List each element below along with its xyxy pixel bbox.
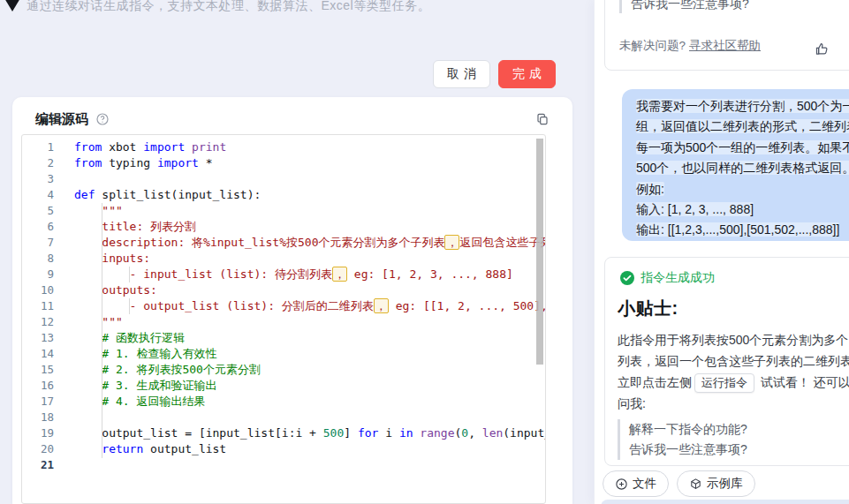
indent-guide: [129, 298, 130, 314]
generation-result-card: 指令生成成功 小贴士: 此指令用于将列表按500个元素分割为多个 列表，返回一个…: [604, 257, 849, 466]
examples-button[interactable]: 示例库: [677, 470, 755, 497]
tips-body: 此指令用于将列表按500个元素分割为多个 列表，返回一个包含这些子列表的二维列表…: [618, 329, 849, 414]
tips-title: 小贴士:: [618, 297, 849, 320]
line-number: 12: [22, 314, 54, 330]
message-line: 输出: [[1,2,3,...,500],[501,502,...,888]]: [636, 222, 839, 237]
code-editor[interactable]: 1from xbot import print2from typing impo…: [21, 134, 546, 504]
line-number: 1: [22, 139, 54, 155]
line-number: 2: [22, 155, 54, 171]
unresolved-label: 未解决问题?: [619, 38, 686, 54]
line-number: 9: [22, 267, 54, 282]
message-line: 我需要对一个列表进行分割，500个为一: [636, 99, 849, 113]
confirm-button[interactable]: 完成: [498, 60, 556, 88]
code-line[interactable]: 1from xbot import print: [22, 139, 545, 155]
code-line[interactable]: 6 title: 列表分割: [22, 219, 545, 235]
code-line[interactable]: 21: [22, 457, 545, 473]
code-line[interactable]: 11 - output_list (list): 分割后的二维列表， eg: […: [22, 298, 545, 314]
line-number: 19: [22, 425, 54, 441]
file-button[interactable]: 文件: [603, 470, 669, 497]
code-line[interactable]: 15 # 2. 将列表按500个元素分割: [22, 362, 545, 378]
tips-line: 此指令用于将列表按500个元素分割为多个: [618, 329, 849, 350]
message-line: 例如:: [636, 182, 664, 196]
suggested-questions: 解释一下指令的功能? 告诉我一些注意事项?: [618, 419, 849, 460]
message-line: 每一项为500个一组的一维列表。如果不: [636, 140, 849, 154]
line-number: 5: [22, 203, 54, 219]
editor-scrollbar[interactable]: [536, 139, 543, 365]
code-line[interactable]: 3: [22, 171, 545, 187]
code-line[interactable]: 17 # 4. 返回输出结果: [22, 394, 545, 410]
code-line[interactable]: 19 output_list = [input_list[i:i + 500] …: [22, 425, 545, 441]
code-line[interactable]: 20 return output_list: [22, 441, 545, 457]
line-number: 14: [22, 346, 54, 362]
code-line[interactable]: 14 # 1. 检查输入有效性: [22, 346, 545, 362]
line-number: 3: [22, 171, 54, 187]
code-line[interactable]: 7 description: 将%input_list%按500个元素分割为多个…: [22, 235, 545, 251]
code-line[interactable]: 16 # 3. 生成和验证输出: [22, 378, 545, 394]
line-number: 6: [22, 219, 54, 235]
line-number: 13: [22, 330, 54, 346]
indent-guide: [102, 203, 102, 458]
tips-line: 立即点击左侧运行指令 试试看！ 还可以接: [618, 372, 849, 393]
copy-icon[interactable]: [535, 112, 550, 126]
line-number: 8: [22, 251, 54, 267]
tips-line: 列表，返回一个包含这些子列表的二维列表: [618, 350, 849, 372]
line-number: 11: [22, 298, 54, 314]
tips-line: 问我:: [618, 393, 849, 414]
line-number: 16: [22, 378, 54, 394]
code-line[interactable]: 8 inputs:: [22, 251, 545, 267]
line-number: 17: [22, 394, 54, 410]
tips-text: 立即点击左侧: [618, 375, 692, 389]
assistant-note: 通过连续对话生成指令，支持文本处理、数据算法、Excel等类型任务。: [27, 0, 430, 14]
editor-title: 编辑源码: [35, 111, 88, 128]
file-button-label: 文件: [633, 476, 656, 492]
message-line: 500个，也以同样的二维列表格式返回。: [636, 161, 849, 175]
help-icon[interactable]: [95, 112, 110, 126]
chat-input[interactable]: [601, 500, 849, 504]
code-line[interactable]: 18: [22, 410, 545, 425]
line-number: 18: [22, 410, 54, 425]
cube-icon: [689, 478, 702, 491]
code-line[interactable]: 4def split_list(input_list):: [22, 187, 545, 203]
success-check-icon: [620, 271, 634, 285]
code-line[interactable]: 10 outputs:: [22, 282, 545, 298]
plus-circle-icon: [615, 478, 628, 491]
examples-button-label: 示例库: [707, 476, 743, 492]
assistant-logo-icon: [4, 0, 20, 11]
line-number: 7: [22, 235, 54, 251]
suggested-question[interactable]: 告诉我一些注意事项?: [629, 440, 849, 460]
code-line[interactable]: 12 """: [22, 314, 545, 330]
indent-guide: [129, 267, 130, 282]
quoted-question[interactable]: 告诉我一些注意事项?: [619, 0, 749, 13]
status-row: 指令生成成功: [620, 270, 849, 286]
line-number: 15: [22, 362, 54, 378]
cancel-button[interactable]: 取消: [433, 60, 490, 88]
community-help-link[interactable]: 寻求社区帮助: [689, 38, 761, 54]
code-line[interactable]: 2from typing import *: [22, 155, 545, 171]
thumbs-up-icon[interactable]: [815, 41, 830, 56]
chat-panel: 告诉我一些注意事项? 未解决问题? 寻求社区帮助 我需要对一个列表进行分割，50…: [594, 0, 849, 504]
message-line: 输入: [1, 2, 3, ..., 888]: [636, 202, 754, 216]
editor-header: 编辑源码: [35, 108, 550, 131]
line-number: 21: [22, 457, 54, 473]
suggested-question[interactable]: 解释一下指令的功能?: [629, 419, 849, 440]
app-screen: 通过连续对话生成指令，支持文本处理、数据算法、Excel等类型任务。 取消 完成…: [0, 0, 849, 504]
chat-footer-buttons: 文件 示例库: [603, 470, 755, 497]
code-line[interactable]: 13 # 函数执行逻辑: [22, 330, 545, 346]
run-instruction-tag[interactable]: 运行指令: [694, 373, 754, 393]
code-line[interactable]: 9 - input_list (list): 待分割列表， eg: [1, 2,…: [22, 267, 545, 282]
tips-text: 试试看！ 还可以接: [757, 375, 849, 389]
line-number: 20: [22, 441, 54, 457]
line-number: 4: [22, 187, 54, 203]
message-line: 组，返回值以二维列表的形式，二维列表: [636, 119, 849, 133]
user-message-bubble: 我需要对一个列表进行分割，500个为一 组，返回值以二维列表的形式，二维列表 每…: [622, 89, 849, 241]
line-number: 10: [22, 282, 54, 298]
status-text: 指令生成成功: [641, 270, 715, 286]
previous-answer-card: 告诉我一些注意事项? 未解决问题? 寻求社区帮助: [604, 0, 849, 71]
code-line[interactable]: 5 """: [22, 203, 545, 219]
